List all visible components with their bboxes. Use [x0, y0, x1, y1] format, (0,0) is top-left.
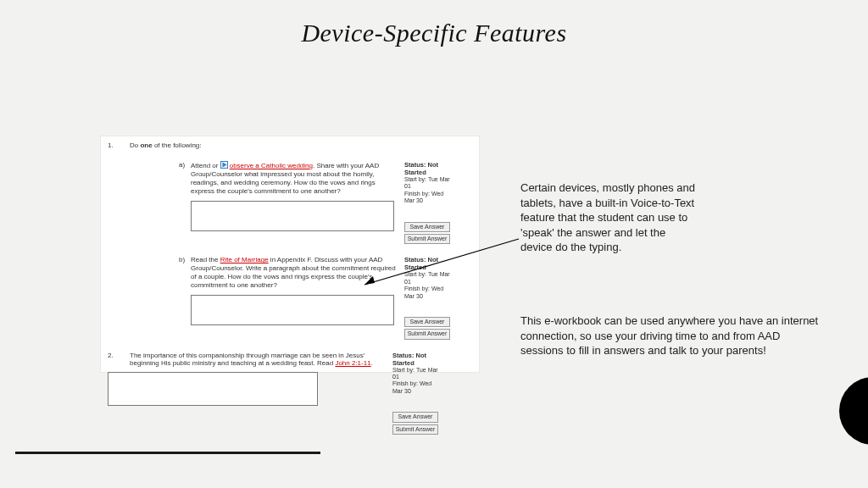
- q1-prompt-bold: one: [140, 141, 152, 149]
- q2-pre: The importance of this companionship thr…: [130, 352, 364, 367]
- submit-answer-button[interactable]: Submit Answer: [404, 234, 450, 244]
- q1b-text: Read the Rite of Marriage in Appendix F.…: [191, 256, 398, 290]
- q1b-label: b): [179, 256, 191, 339]
- submit-answer-button[interactable]: Submit Answer: [392, 424, 438, 435]
- q1a: a) Attend or observe a Catholic wedding.…: [179, 161, 470, 244]
- status-title: Status: Not Started: [404, 161, 455, 176]
- status-start: Start by: Tue Mar 01: [404, 271, 455, 286]
- q2-status-col: Status: Not Started Start by: Tue Mar 01…: [392, 352, 443, 435]
- status-finish: Finish by: Wed Mar 30: [404, 191, 455, 205]
- q1a-text: Attend or observe a Catholic wedding. Sh…: [191, 161, 398, 196]
- q1-prompt-post: of the following:: [153, 141, 202, 149]
- q1a-status-col: Status: Not Started Start by: Tue Mar 01…: [404, 161, 455, 244]
- q1b-answer-input[interactable]: [191, 295, 394, 325]
- q1-prompt: Do one of the following:: [130, 141, 470, 149]
- status-start: Start by: Tue Mar 01: [392, 367, 443, 381]
- save-answer-button[interactable]: Save Answer: [404, 222, 450, 232]
- q1b-pre: Read the: [191, 256, 220, 263]
- save-answer-button[interactable]: Save Answer: [404, 317, 450, 327]
- status-title: Status: Not Started: [404, 256, 455, 271]
- q1a-label: a): [179, 161, 191, 244]
- submit-answer-button[interactable]: Submit Answer: [404, 329, 450, 339]
- q2-text: The importance of this companionship thr…: [130, 352, 387, 367]
- paragraph-use-anywhere: This e-workbook can be used anywhere you…: [520, 313, 826, 358]
- q1-prompt-pre: Do: [130, 141, 140, 149]
- q1: 1. Do one of the following:: [108, 141, 470, 149]
- q2-post: .: [371, 359, 373, 367]
- video-icon[interactable]: [220, 161, 228, 169]
- q1b: b) Read the Rite of Marriage in Appendix…: [179, 256, 470, 339]
- paragraph-voice-to-text: Certain devices, mostly phones and table…: [520, 180, 698, 255]
- status-start: Start by: Tue Mar 01: [404, 176, 455, 191]
- status-title: Status: Not Started: [392, 352, 443, 367]
- q2-answer-input[interactable]: [108, 372, 318, 406]
- status-finish: Finish by: Wed Mar 30: [404, 286, 455, 300]
- save-answer-button[interactable]: Save Answer: [392, 412, 438, 422]
- q1b-status-col: Status: Not Started Start by: Tue Mar 01…: [404, 256, 455, 339]
- status-finish: Finish by: Wed Mar 30: [392, 380, 443, 395]
- q1a-pre: Attend or: [191, 162, 220, 169]
- q2: 2. The importance of this companionship …: [108, 352, 470, 435]
- q1a-answer-input[interactable]: [191, 201, 394, 231]
- q1a-link[interactable]: observe a Catholic wedding: [230, 162, 313, 169]
- decorative-circle: [839, 377, 868, 445]
- q1-number: 1.: [108, 141, 130, 149]
- page-title: Device-Specific Features: [0, 19, 868, 47]
- q1b-link[interactable]: Rite of Marriage: [220, 256, 269, 263]
- q2-link[interactable]: John 2:1-11: [335, 359, 370, 367]
- decorative-underline: [15, 452, 320, 454]
- workbook-screenshot: 1. Do one of the following: a) Attend or…: [100, 136, 480, 373]
